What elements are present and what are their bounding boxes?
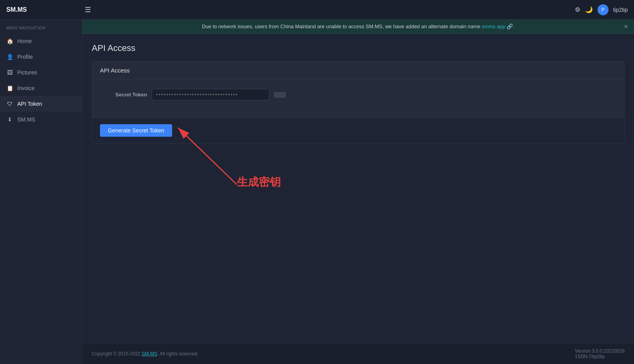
secret-token-input[interactable] (152, 89, 269, 100)
sidebar-item-label-home: Home (17, 38, 32, 44)
card-footer: Generate Secret Token (92, 118, 624, 143)
main-content: Due to network issues, users from China … (82, 20, 634, 364)
sidebar-item-pictures[interactable]: 🖼 Pictures (0, 65, 82, 80)
sidebar-item-label-pictures: Pictures (17, 69, 37, 76)
smms-icon: ⬇ (6, 116, 13, 123)
banner-text: Due to network issues, users from China … (202, 24, 514, 29)
sidebar-item-label-profile: Profile (17, 54, 33, 60)
sidebar-item-api-token[interactable]: 🛡 API Token (0, 96, 82, 112)
card-body: Secret Token (92, 80, 624, 118)
card-header: API Access (92, 62, 624, 80)
footer: Copyright © 2015-2022 SM.MS. All rights … (82, 343, 634, 364)
banner: Due to network issues, users from China … (82, 20, 634, 34)
footer-version: Version 3.0.0.20220529 (575, 348, 625, 354)
user-avatar[interactable]: P (598, 4, 609, 15)
footer-right: Version 3.0.0.20220529 1SDN ©tip2tip (575, 348, 625, 359)
copy-token-button[interactable] (274, 92, 286, 98)
home-icon: 🏠 (6, 38, 13, 44)
page-title: API Access (92, 43, 625, 53)
api-access-card: API Access Secret Token Generate Secret … (92, 61, 625, 143)
banner-close-button[interactable]: × (624, 23, 628, 30)
footer-build: 1SDN ©tip2tip (575, 354, 625, 359)
top-header: SM.MS ☰ ⚙ 🌙 P tip2tip (0, 0, 634, 20)
logo: SM.MS (6, 6, 85, 13)
sidebar-item-label-invoice: Invoice (17, 85, 35, 91)
profile-icon: 👤 (6, 54, 13, 60)
secret-token-label: Secret Token (100, 92, 147, 98)
banner-text-before: Due to network issues, users from China … (202, 24, 482, 29)
sidebar-item-label-smms: SM.MS (17, 116, 35, 123)
invoice-icon: 📋 (6, 85, 13, 91)
secret-token-row: Secret Token (100, 89, 616, 100)
sidebar-item-label-api-token: API Token (17, 101, 42, 107)
generate-secret-token-button[interactable]: Generate Secret Token (100, 124, 172, 137)
sidebar-item-home[interactable]: 🏠 Home (0, 33, 82, 49)
footer-copyright: Copyright © 2015-2022 (92, 351, 142, 357)
page-area: API Access API Access Secret Token Gener… (82, 34, 634, 343)
footer-smms-link[interactable]: SM.MS (142, 351, 157, 357)
banner-link[interactable]: smms.app (482, 24, 505, 29)
sidebar-item-profile[interactable]: 👤 Profile (0, 49, 82, 65)
pictures-icon: 🖼 (6, 69, 13, 76)
theme-icon[interactable]: 🌙 (585, 6, 593, 13)
sidebar-item-invoice[interactable]: 📋 Invoice (0, 80, 82, 96)
sidebar-section-label: MAIN NAVIGATION (0, 20, 82, 33)
banner-text-after: 🔗. (505, 24, 514, 29)
hamburger-icon[interactable]: ☰ (85, 5, 91, 14)
layout: MAIN NAVIGATION 🏠 Home 👤 Profile 🖼 Pictu… (0, 20, 634, 364)
annotation-area: 生成密钥 (92, 143, 625, 214)
footer-left: Copyright © 2015-2022 SM.MS. All rights … (92, 351, 198, 357)
annotation-text: 生成密钥 (237, 175, 281, 190)
sidebar: MAIN NAVIGATION 🏠 Home 👤 Profile 🖼 Pictu… (0, 20, 82, 364)
sidebar-item-smms[interactable]: ⬇ SM.MS (0, 112, 82, 127)
settings-icon[interactable]: ⚙ (575, 6, 580, 13)
api-token-icon: 🛡 (6, 101, 13, 107)
header-right: ⚙ 🌙 P tip2tip (575, 4, 628, 15)
username-label: tip2tip (613, 7, 628, 13)
footer-rights: . All rights reserved. (157, 351, 198, 357)
